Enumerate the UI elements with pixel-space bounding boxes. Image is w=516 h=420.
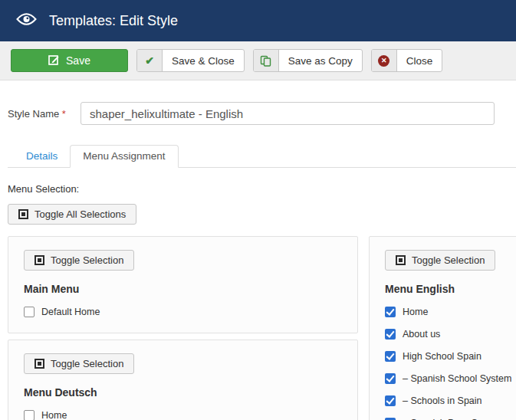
- menu-item-row: Home: [385, 306, 516, 317]
- menu-item-row: – Spanish Prep Course: [385, 417, 516, 420]
- menu-item-label[interactable]: High School Spain: [403, 351, 481, 362]
- save-as-copy-button[interactable]: Save as Copy: [253, 49, 363, 72]
- menu-panel-title: Main Menu: [24, 283, 342, 295]
- copy-icon: [254, 50, 279, 71]
- save-close-label: Save & Close: [163, 55, 244, 67]
- menu-item-row: – Spanish School System: [385, 372, 516, 384]
- menu-item-checkbox[interactable]: [24, 410, 35, 420]
- left-column: Toggle Selection Main Menu Default Home …: [8, 236, 358, 420]
- right-column: Toggle Selection Menu English Home About…: [369, 236, 516, 420]
- page-title: Templates: Edit Style: [49, 13, 178, 29]
- page-header: Templates: Edit Style: [0, 0, 516, 41]
- save-icon: [48, 54, 59, 67]
- menu-item-row: High School Spain: [385, 350, 516, 362]
- menu-panel: Toggle Selection Menu Deutsch Home: [8, 340, 358, 420]
- menu-item-checkbox[interactable]: [24, 307, 35, 317]
- menu-item-label[interactable]: Home: [41, 410, 67, 420]
- toggle-selection-label: Toggle Selection: [51, 254, 123, 266]
- toggle-selection-button[interactable]: Toggle Selection: [24, 353, 134, 374]
- toggle-all-selections-label: Toggle All Selections: [35, 208, 126, 220]
- toolbar: Save ✔ Save & Close Save as Copy ✕ Close: [0, 41, 516, 80]
- menu-item-row: Home: [24, 409, 342, 420]
- required-mark: *: [62, 108, 66, 120]
- menu-item-row: – Schools in Spain: [385, 395, 516, 406]
- menu-item-checkbox[interactable]: [385, 351, 396, 362]
- style-name-row: Style Name *: [8, 102, 516, 125]
- menu-item-row: About us: [385, 328, 516, 340]
- save-button[interactable]: Save: [11, 49, 128, 72]
- toggle-icon: [396, 255, 406, 265]
- style-name-label: Style Name *: [8, 108, 74, 120]
- check-icon: ✔: [137, 50, 163, 71]
- menu-panel: Toggle Selection Menu English Home About…: [369, 236, 516, 420]
- menu-item-checkbox[interactable]: [385, 329, 396, 340]
- menu-panel-title: Menu English: [385, 283, 516, 295]
- toggle-all-selections-button[interactable]: Toggle All Selections: [8, 204, 136, 225]
- save-close-button[interactable]: ✔ Save & Close: [136, 49, 245, 72]
- close-button-label: Close: [397, 55, 442, 67]
- tab-bar: Details Menu Assignment: [8, 145, 516, 168]
- main-content: Style Name * Details Menu Assignment Men…: [0, 102, 516, 420]
- menu-item-list: Home About us High School Spain – Spanis…: [385, 306, 516, 420]
- menu-item-label[interactable]: Default Home: [41, 307, 100, 317]
- close-icon: ✕: [372, 50, 397, 71]
- menu-item-label[interactable]: – Spanish Prep Course: [403, 418, 501, 420]
- toggle-icon: [18, 209, 28, 219]
- menu-item-checkbox[interactable]: [385, 418, 396, 420]
- eye-icon: [16, 12, 37, 29]
- menu-item-checkbox[interactable]: [385, 307, 396, 317]
- save-as-copy-label: Save as Copy: [279, 55, 362, 67]
- toggle-selection-button[interactable]: Toggle Selection: [385, 250, 495, 271]
- tab-menu-assignment[interactable]: Menu Assignment: [70, 145, 178, 168]
- menu-item-row: Default Home: [24, 306, 342, 317]
- menu-panel: Toggle Selection Main Menu Default Home: [8, 236, 358, 333]
- toggle-icon: [35, 255, 44, 265]
- toggle-icon: [35, 359, 44, 369]
- toggle-selection-label: Toggle Selection: [412, 254, 485, 266]
- menu-item-label[interactable]: – Spanish School System: [403, 373, 511, 384]
- menu-selection-label: Menu Selection:: [8, 183, 516, 195]
- toggle-selection-button[interactable]: Toggle Selection: [24, 250, 134, 271]
- menu-item-label[interactable]: – Schools in Spain: [403, 395, 482, 406]
- tab-details[interactable]: Details: [14, 146, 70, 167]
- close-button[interactable]: ✕ Close: [371, 49, 443, 72]
- style-name-input[interactable]: [81, 102, 495, 125]
- save-button-label: Save: [66, 54, 90, 67]
- menu-panels: Toggle Selection Main Menu Default Home …: [8, 236, 516, 420]
- menu-item-checkbox[interactable]: [385, 395, 396, 406]
- menu-item-checkbox[interactable]: [385, 373, 396, 384]
- menu-item-label[interactable]: Home: [403, 307, 428, 317]
- menu-item-list: Default Home: [24, 306, 342, 317]
- menu-item-list: Home: [24, 409, 342, 420]
- menu-panel-title: Menu Deutsch: [24, 386, 342, 399]
- menu-item-label[interactable]: About us: [403, 329, 440, 340]
- toggle-selection-label: Toggle Selection: [51, 358, 123, 369]
